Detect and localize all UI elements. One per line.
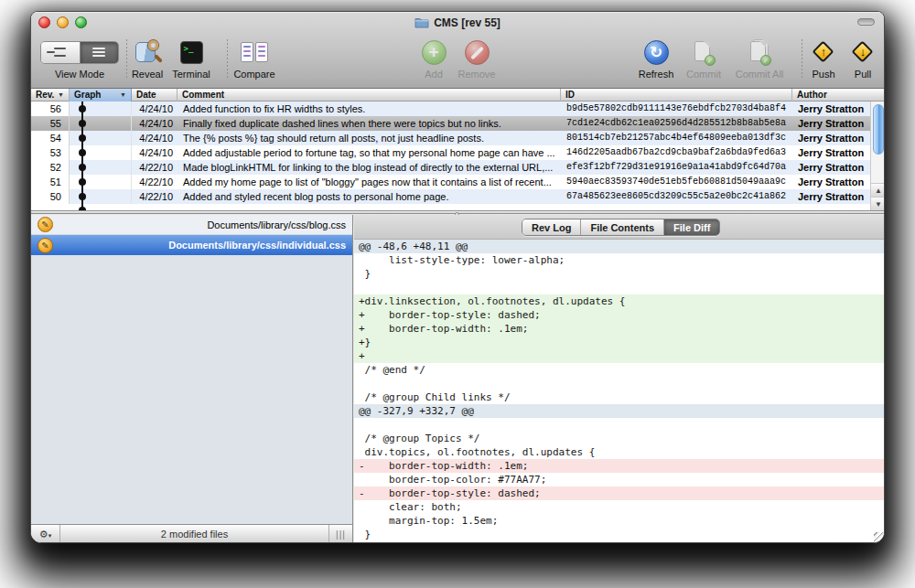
commit-graph-node xyxy=(79,120,86,127)
column-header-comment[interactable]: Comment xyxy=(178,89,561,102)
refresh-arrows-icon: ↻ xyxy=(644,40,669,65)
tab-file-diff[interactable]: File Diff xyxy=(663,219,719,235)
terminal-button[interactable]: >_ Terminal xyxy=(169,37,213,80)
commit-graph-node xyxy=(79,149,86,156)
add-plus-icon: + xyxy=(422,40,447,65)
view-mode-control: View Mode xyxy=(39,37,120,80)
diff-pane: Rev Log File Contents File Diff @@ -48,6… xyxy=(354,215,885,543)
diff-added-line: + xyxy=(354,349,885,363)
diff-context-line: clear: both; xyxy=(354,500,885,514)
diff-context-line: /* @group Child links */ xyxy=(354,390,885,404)
diff-added-line: +} xyxy=(354,336,885,349)
commit-log-table: 56 4/24/10 Added function to fix HR widt… xyxy=(31,102,884,210)
file-list-item-selected[interactable]: ✎ Documents/library/css/individual.css xyxy=(31,235,352,255)
file-pane-status-bar: ⚙▾ 2 modified files ||| xyxy=(31,524,352,543)
scrollbar-thumb[interactable] xyxy=(873,104,884,155)
diff-context-line xyxy=(354,281,885,294)
column-header-author[interactable]: Author xyxy=(792,89,885,102)
reveal-button[interactable]: Reveal xyxy=(125,37,169,80)
tab-file-contents[interactable]: File Contents xyxy=(580,219,663,235)
commit-page-check-icon: ✓ xyxy=(694,41,713,64)
diff-removed-line: - border-top-style: dashed; xyxy=(354,486,885,500)
commit-graph-node xyxy=(79,105,86,112)
diff-hunk-header: @@ -48,6 +48,11 @@ xyxy=(354,240,885,253)
refresh-button[interactable]: ↻ Refresh xyxy=(632,37,680,80)
diff-tab-strip: Rev Log File Contents File Diff xyxy=(354,215,885,240)
diff-hunk-header: @@ -327,9 +332,7 @@ xyxy=(354,404,885,418)
table-row[interactable]: 53 4/24/10 Added adjustable period to fo… xyxy=(31,145,870,160)
view-mode-log-segment[interactable] xyxy=(41,42,80,63)
pull-down-diamond-icon: ↓ xyxy=(851,40,875,64)
gear-icon: ⚙ xyxy=(39,529,48,540)
commit-graph-node xyxy=(79,164,86,171)
terminal-icon: >_ xyxy=(180,41,203,64)
commit-button[interactable]: ✓ Commit xyxy=(682,37,726,80)
action-gear-button[interactable]: ⚙▾ xyxy=(31,525,60,543)
diff-added-line: + border-top-style: dashed; xyxy=(354,308,885,322)
table-row[interactable]: 52 4/22/10 Made blogLinkHTML for linking… xyxy=(31,160,870,175)
diff-context-line: /* @end */ xyxy=(354,363,885,377)
view-mode-table-segment[interactable] xyxy=(80,42,119,63)
diff-context-line: div.topics, ol.footnotes, dl.updates { xyxy=(354,445,885,459)
diff-context-line xyxy=(354,377,885,390)
diff-context-line: margin-top: 1.5em; xyxy=(354,514,885,528)
toolbar-separator xyxy=(227,39,228,80)
commit-graph-node xyxy=(79,134,86,142)
window-resize-grip[interactable] xyxy=(874,532,885,543)
column-header-date[interactable]: Date xyxy=(132,89,178,102)
pull-button[interactable]: ↓ Pull xyxy=(845,37,880,80)
diff-context-line xyxy=(354,418,885,432)
column-header-rev[interactable]: Rev.▼ xyxy=(31,89,70,102)
toolbar-toggle-pill[interactable] xyxy=(857,18,875,26)
modified-pencil-badge-icon: ✎ xyxy=(38,217,53,232)
remove-button[interactable]: Remove xyxy=(454,37,500,80)
diff-context-line: } xyxy=(354,267,885,281)
scroll-up-arrow[interactable]: ▲ xyxy=(871,183,885,197)
sort-descending-icon: ▼ xyxy=(120,89,126,102)
commit-graph-node xyxy=(79,193,86,200)
table-row-selected[interactable]: 55 4/24/10 Finally fixed duplicate dashe… xyxy=(31,116,870,131)
file-list-item[interactable]: ✎ Documents/library/css/blog.css xyxy=(31,215,352,235)
diff-removed-line: - border-top-width: .1em; xyxy=(354,459,885,473)
table-row[interactable]: 56 4/24/10 Added function to fix HR widt… xyxy=(31,102,870,116)
scroll-down-arrow[interactable]: ▼ xyxy=(871,197,885,210)
commit-graph-node xyxy=(79,178,86,186)
log-scrollbar[interactable]: ▲ ▼ xyxy=(870,102,885,210)
toolbar-separator xyxy=(802,39,802,80)
diff-context-line: list-style-type: lower-alpha; xyxy=(354,253,885,267)
pane-resize-handle[interactable]: ||| xyxy=(328,525,352,543)
diff-context-line: /* @group Topics */ xyxy=(354,432,885,445)
diff-added-line: + border-top-width: .1em; xyxy=(354,322,885,336)
sort-descending-icon: ▼ xyxy=(58,89,64,102)
compare-documents-icon xyxy=(241,40,268,64)
app-window: CMS [rev 55] View Mode Reveal xyxy=(30,11,885,543)
folder-icon xyxy=(414,17,429,28)
diff-added-line: +div.linksection, ol.footnotes, dl.updat… xyxy=(354,294,885,308)
finder-magnifier-icon xyxy=(135,40,160,65)
file-diff-content[interactable]: @@ -48,6 +48,11 @@ list-style-type: lowe… xyxy=(354,240,885,543)
add-button[interactable]: + Add xyxy=(414,37,454,80)
table-row[interactable]: 50 4/22/10 Added and styled recent blog … xyxy=(31,189,870,204)
commit-all-button[interactable]: ✓ Commit All xyxy=(729,37,790,80)
modified-pencil-badge-icon: ✎ xyxy=(38,238,53,253)
modified-files-count: 2 modified files xyxy=(60,525,328,543)
remove-slash-icon xyxy=(465,40,490,65)
diff-context-line: border-top-color: #77AA77; xyxy=(354,473,885,486)
modified-files-pane: ✎ Documents/library/css/blog.css ✎ Docum… xyxy=(31,215,353,543)
compare-button[interactable]: Compare xyxy=(229,37,280,80)
column-header-id[interactable]: ID xyxy=(561,89,792,102)
push-button[interactable]: ↑ Push xyxy=(805,37,842,80)
column-header-graph[interactable]: Graph▼ xyxy=(70,89,132,102)
horizontal-splitter[interactable] xyxy=(31,210,884,214)
push-up-diamond-icon: ↑ xyxy=(812,40,835,64)
commit-all-pages-check-icon: ✓ xyxy=(750,41,769,64)
window-title: CMS [rev 55] xyxy=(31,16,884,30)
diff-context-line: } xyxy=(354,528,885,541)
log-table-header: Rev.▼ Graph▼ Date Comment ID Author xyxy=(31,89,884,102)
tab-rev-log[interactable]: Rev Log xyxy=(522,219,580,235)
table-row[interactable]: 51 4/22/10 Added my home page to list of… xyxy=(31,175,870,189)
table-row[interactable]: 54 4/24/10 The {% posts %} tag should re… xyxy=(31,131,870,145)
title-toolbar-area: CMS [rev 55] View Mode Reveal xyxy=(31,12,884,89)
